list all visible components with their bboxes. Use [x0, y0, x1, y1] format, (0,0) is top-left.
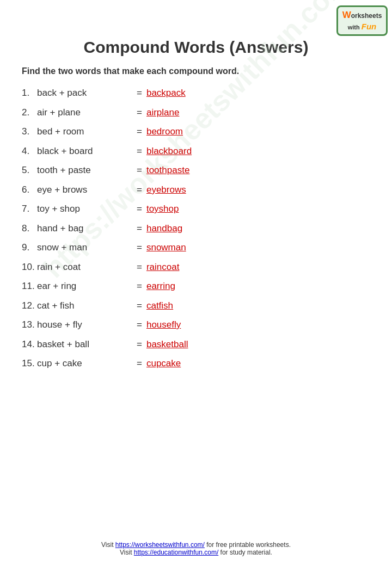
item-answer: snowman	[146, 241, 186, 255]
list-item: 8.hand + bag=handbag	[22, 222, 370, 236]
list-item: 14.basket + ball=basketball	[22, 337, 370, 352]
list-item: 13.house + fly=housefly	[22, 318, 370, 332]
item-answer: eyebrows	[146, 183, 186, 197]
item-equals: =	[137, 106, 142, 120]
footer-line1: Visit https://worksheetswithfun.com/ for…	[0, 541, 392, 549]
footer-line2-pre: Visit	[120, 549, 134, 556]
item-answer: blackboard	[146, 144, 192, 158]
item-parts: basket + ball	[37, 337, 132, 352]
item-number: 6.	[22, 183, 37, 197]
item-number: 1.	[22, 86, 37, 100]
item-answer: basketball	[146, 337, 188, 352]
logo-box: Worksheets with Fun	[336, 5, 388, 36]
item-parts: hand + bag	[37, 222, 132, 236]
item-equals: =	[137, 260, 142, 274]
item-number: 2.	[22, 106, 37, 120]
item-number: 7.	[22, 202, 37, 216]
item-parts: ear + ring	[37, 279, 132, 293]
item-number: 5.	[22, 163, 37, 177]
item-parts: black + board	[37, 144, 132, 158]
item-parts: snow + man	[37, 241, 132, 255]
item-equals: =	[137, 183, 142, 197]
item-answer: bedroom	[146, 125, 183, 139]
item-answer: backpack	[146, 86, 186, 100]
item-number: 14.	[22, 337, 37, 352]
item-number: 8.	[22, 222, 37, 236]
item-equals: =	[137, 222, 142, 236]
instruction-text: Find the two words that make each compou…	[22, 66, 370, 76]
item-answer: airplane	[146, 106, 180, 120]
item-parts: back + pack	[37, 86, 132, 100]
item-parts: cat + fish	[37, 299, 132, 313]
item-equals: =	[137, 337, 142, 352]
list-item: 3.bed + room=bedroom	[22, 125, 370, 139]
footer-line1-post: for free printable worksheets.	[205, 541, 291, 549]
list-item: 2.air + plane=airplane	[22, 106, 370, 120]
item-equals: =	[137, 356, 142, 371]
item-answer: housefly	[146, 318, 181, 332]
item-equals: =	[137, 125, 142, 139]
item-number: 13.	[22, 318, 37, 332]
item-parts: cup + cake	[37, 356, 132, 371]
item-answer: toyshop	[146, 202, 179, 216]
footer-line2: Visit https://educationwithfun.com/ for …	[0, 549, 392, 556]
page-title: Compound Words (Answers)	[22, 38, 370, 57]
item-parts: tooth + paste	[37, 163, 132, 177]
item-answer: toothpaste	[146, 163, 189, 177]
item-answer: earring	[146, 279, 175, 293]
logo: Worksheets with Fun	[338, 5, 387, 35]
item-number: 11.	[22, 279, 37, 293]
item-number: 4.	[22, 144, 37, 158]
page: Worksheets with Fun https://worksheetswi…	[0, 0, 392, 566]
list-item: 9.snow + man=snowman	[22, 241, 370, 255]
item-parts: rain + coat	[37, 260, 132, 274]
item-number: 10.	[22, 260, 37, 274]
list-item: 10.rain + coat=raincoat	[22, 260, 370, 274]
item-number: 9.	[22, 241, 37, 255]
list-item: 4.black + board=blackboard	[22, 144, 370, 158]
item-answer: cupcake	[146, 356, 181, 371]
item-equals: =	[137, 318, 142, 332]
footer-link1[interactable]: https://worksheetswithfun.com/	[115, 541, 205, 549]
footer-line1-pre: Visit	[101, 541, 115, 549]
item-number: 15.	[22, 356, 37, 371]
item-equals: =	[137, 241, 142, 255]
list-item: 11.ear + ring=earring	[22, 279, 370, 293]
list-item: 5.tooth + paste=toothpaste	[22, 163, 370, 177]
item-answer: catfish	[146, 299, 173, 313]
item-answer: handbag	[146, 222, 182, 236]
list-item: 15.cup + cake=cupcake	[22, 356, 370, 371]
item-equals: =	[137, 279, 142, 293]
item-equals: =	[137, 163, 142, 177]
item-equals: =	[137, 144, 142, 158]
list-item: 7.toy + shop=toyshop	[22, 202, 370, 216]
list-item: 1.back + pack=backpack	[22, 86, 370, 100]
list-item: 6.eye + brows=eyebrows	[22, 183, 370, 197]
item-number: 12.	[22, 299, 37, 313]
footer: Visit https://worksheetswithfun.com/ for…	[0, 541, 392, 556]
item-answer: raincoat	[146, 260, 179, 274]
item-parts: toy + shop	[37, 202, 132, 216]
list-item: 12.cat + fish=catfish	[22, 299, 370, 313]
item-number: 3.	[22, 125, 37, 139]
item-parts: air + plane	[37, 106, 132, 120]
item-equals: =	[137, 299, 142, 313]
item-parts: house + fly	[37, 318, 132, 332]
item-equals: =	[137, 202, 142, 216]
footer-link2[interactable]: https://educationwithfun.com/	[134, 549, 218, 556]
item-equals: =	[137, 86, 142, 100]
footer-line2-post: for study material.	[218, 549, 272, 556]
compound-words-list: 1.back + pack=backpack2.air + plane=airp…	[22, 86, 370, 371]
item-parts: bed + room	[37, 125, 132, 139]
item-parts: eye + brows	[37, 183, 132, 197]
